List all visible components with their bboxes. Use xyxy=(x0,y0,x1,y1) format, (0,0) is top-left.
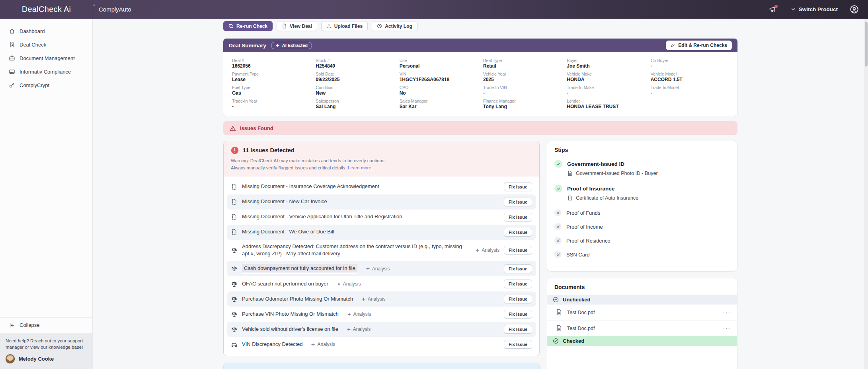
edit-rerun-checks-button[interactable]: Edit & Re-run Checks xyxy=(666,41,732,50)
analysis-link[interactable]: Analysis xyxy=(311,342,335,347)
deal-field-label: Use xyxy=(400,58,478,63)
stip-document[interactable]: Certificate of Auto Insurance xyxy=(567,195,730,201)
stip-document[interactable]: Government-Issued Photo ID - Buyer xyxy=(567,171,730,176)
file-menu-button[interactable]: ··· xyxy=(723,325,731,331)
issue-text[interactable]: Cash downpayment not fully accounted for… xyxy=(242,264,357,273)
deal-field: Co-Buyer- xyxy=(651,56,729,70)
sidebar-item-informativ-compliance[interactable]: Informativ Compliance xyxy=(0,65,92,78)
document-file-row[interactable]: Test Doc.pdf··· xyxy=(547,320,737,336)
fix-issue-button[interactable]: Fix Issue xyxy=(504,310,532,319)
fix-issue-button[interactable]: Fix Issue xyxy=(504,264,532,273)
switch-product-button[interactable]: Switch Product xyxy=(791,6,838,12)
sparkle-icon xyxy=(475,248,480,252)
deal-field-value: Retail xyxy=(483,63,561,69)
fix-issue-button[interactable]: Fix Issue xyxy=(504,295,532,303)
analysis-link[interactable]: Analysis xyxy=(347,311,371,317)
user-row[interactable]: Melody Cooke xyxy=(6,354,87,363)
deal-field: Vehicle MakeHONDA xyxy=(567,70,645,84)
issue-text[interactable]: Missing Document - Insurance Coverage Ac… xyxy=(242,183,379,190)
stip-item: Proof of InsuranceCertificate of Auto In… xyxy=(554,184,730,201)
issues-warning-text: Warning: DealCheck AI may make mistakes … xyxy=(231,157,532,172)
collapse-button[interactable]: Collapse xyxy=(0,317,92,333)
issue-text[interactable]: Vehicle sold without driver's license on… xyxy=(242,326,338,333)
deal-field-label: Lender xyxy=(567,99,645,103)
sidebar-item-dashboard[interactable]: Dashboard xyxy=(0,24,92,38)
fix-issue-button[interactable]: Fix Issue xyxy=(504,325,532,334)
analysis-link[interactable]: Analysis xyxy=(475,247,499,253)
fix-issue-button[interactable]: Fix Issue xyxy=(504,198,532,206)
check-icon xyxy=(554,160,562,168)
re-run-check-button[interactable]: Re-run Check xyxy=(223,21,273,31)
scrollbar-track[interactable] xyxy=(864,19,868,369)
sidebar-item-document-management[interactable]: Document Management xyxy=(0,51,92,65)
analysis-link[interactable]: Analysis xyxy=(347,326,371,332)
issues-panel: 11 Issues Detected Warning: DealCheck AI… xyxy=(223,141,540,356)
view-deal-button[interactable]: View Deal xyxy=(277,21,317,31)
toolbar: Re-run CheckView DealUpload FilesActivit… xyxy=(223,21,737,31)
help-text: Need help? Reach out to your support man… xyxy=(6,338,87,350)
deal-field: Deal TypeRetail xyxy=(483,56,561,70)
dashed-doc-icon xyxy=(231,198,238,205)
id-card-icon xyxy=(9,68,15,75)
issue-text[interactable]: Missing Document - We Owe or Due Bill xyxy=(242,228,334,236)
fix-issue-button[interactable]: Fix Issue xyxy=(504,340,532,349)
issue-row: Address Discrepancy Detected: Customer a… xyxy=(227,240,536,261)
analysis-link[interactable]: Analysis xyxy=(337,281,361,287)
stip-row: Proof of Insurance xyxy=(554,184,730,192)
sidebar-item-deal-check[interactable]: Deal Check xyxy=(0,38,92,51)
analysis-link[interactable]: Analysis xyxy=(361,296,386,302)
analysis-label: Analysis xyxy=(368,296,386,302)
help-box: Need help? Reach out to your support man… xyxy=(0,333,92,369)
fix-issue-button[interactable]: Fix Issue xyxy=(504,213,532,221)
issues-mitigated-panel[interactable]: 2 Issues Mitigated xyxy=(223,363,540,369)
check-circle-icon xyxy=(553,338,559,344)
stip-row: Proof of Funds xyxy=(554,209,730,216)
sidebar: DashboardDeal CheckDocument ManagementIn… xyxy=(0,19,93,369)
deal-field-label: VIN xyxy=(400,72,478,76)
sidebar-item-label: Deal Check xyxy=(20,42,46,48)
issue-text[interactable]: VIN Discrepancy Detected xyxy=(242,341,302,348)
sparkle-icon xyxy=(347,312,351,317)
documents-group-checked[interactable]: Checked xyxy=(547,336,737,346)
toolbar-button-label: Activity Log xyxy=(385,23,412,29)
issue-text[interactable]: Purchase VIN Photo Missing Or Mismatch xyxy=(242,311,339,318)
stip-label: Government-Issued ID xyxy=(567,161,624,167)
issue-text[interactable]: Missing Document - New Car Invoice xyxy=(242,198,327,206)
clock-icon xyxy=(377,23,382,29)
analysis-label: Analysis xyxy=(343,281,361,287)
sparkle-icon xyxy=(311,342,315,347)
documents-group-unchecked[interactable]: Unchecked xyxy=(547,295,737,305)
issue-text[interactable]: Address Discrepancy Detected: Customer a… xyxy=(242,243,467,258)
analysis-link[interactable]: Analysis xyxy=(366,266,390,272)
account-button[interactable] xyxy=(848,4,860,16)
fix-issue-button[interactable]: Fix Issue xyxy=(504,183,532,191)
issue-text[interactable]: Missing Document - Vehicie Application f… xyxy=(242,213,402,221)
learn-more-link[interactable]: Learn more. xyxy=(348,165,373,170)
document-file-row[interactable]: Test Doc.pdf··· xyxy=(547,305,737,320)
announcements-button[interactable] xyxy=(767,4,779,16)
sparkle-icon xyxy=(337,282,341,286)
scrollbar-thumb[interactable] xyxy=(865,22,868,66)
stip-item: SSN Card xyxy=(554,251,730,258)
x-icon xyxy=(554,237,562,244)
fix-issue-button[interactable]: Fix Issue xyxy=(504,246,532,254)
upload-files-button[interactable]: Upload Files xyxy=(321,21,368,31)
dashed-doc-icon xyxy=(231,183,238,190)
deal-field-label: Deal Type xyxy=(483,58,561,63)
file-menu-button[interactable]: ··· xyxy=(723,309,731,315)
stip-row: Proof of Residence xyxy=(554,237,730,244)
fix-issue-button[interactable]: Fix Issue xyxy=(504,280,532,288)
activity-log-button[interactable]: Activity Log xyxy=(372,21,417,31)
stip-item: Proof of Income xyxy=(554,223,730,230)
issue-text[interactable]: OFAC search not performed on buyer xyxy=(242,280,328,288)
fix-issue-button[interactable]: Fix Issue xyxy=(504,228,532,237)
deal-field-label: Buyer xyxy=(567,58,645,63)
file-name: Test Doc.pdf xyxy=(567,310,595,315)
deal-field: ConditionNew xyxy=(316,84,394,97)
issue-text[interactable]: Purchase Odometer Photo Missing Or Misma… xyxy=(242,295,353,303)
sparkle-icon xyxy=(366,266,370,271)
sidebar-item-complycrypt[interactable]: ComplyCrypt xyxy=(0,78,92,92)
home-icon xyxy=(9,28,15,34)
minus-circle-icon xyxy=(553,297,559,303)
deal-field-value: - xyxy=(651,63,729,69)
